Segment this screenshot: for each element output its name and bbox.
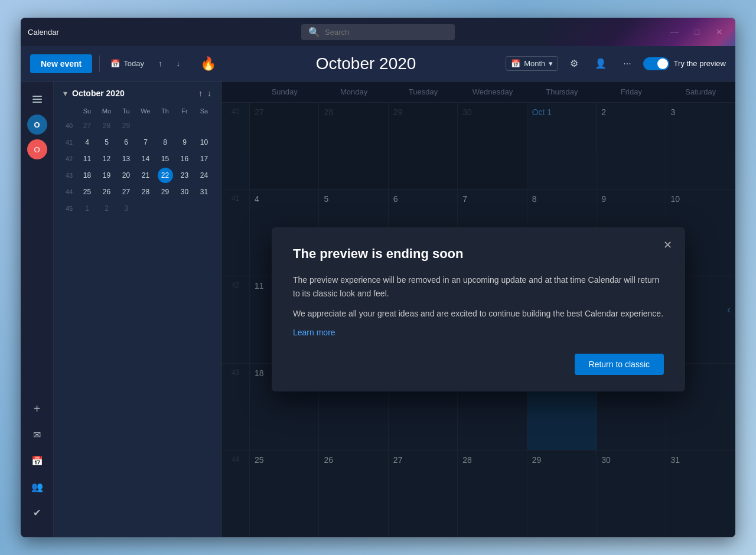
- mini-cal-day[interactable]: 8: [158, 135, 173, 150]
- mini-cal-day[interactable]: 4: [80, 135, 95, 150]
- prev-button[interactable]: ↑: [155, 57, 166, 70]
- today-label: Today: [123, 59, 144, 68]
- people-nav-icon[interactable]: 👥: [27, 476, 48, 497]
- mini-day-header-mo: Mo: [97, 107, 116, 115]
- mini-cal-day[interactable]: 21: [138, 168, 154, 183]
- mini-cal-day[interactable]: [177, 118, 193, 133]
- collapse-button[interactable]: ▾: [63, 89, 67, 98]
- calendar-grid-area: Sunday Monday Tuesday Wednesday Thursday…: [221, 81, 735, 537]
- new-event-button[interactable]: New event: [30, 54, 92, 73]
- today-button[interactable]: 📅 Today: [107, 57, 148, 70]
- mini-cal-day[interactable]: 10: [197, 135, 212, 150]
- nav-bottom: + ✉ 📅 👥 ✔: [27, 398, 48, 530]
- app-window: Calendar 🔍 — □ ✕ New event 📅 Today ↑ ↓ 🔥…: [21, 18, 735, 537]
- app-title: Calendar: [28, 28, 59, 37]
- more-button[interactable]: ···: [618, 56, 636, 71]
- tasks-icon[interactable]: ✔: [27, 502, 48, 523]
- svg-rect-0: [32, 96, 42, 97]
- mini-cal-row-43: 43 18 19 20 21 22 23 24: [61, 168, 214, 183]
- hamburger-menu-button[interactable]: [27, 89, 48, 110]
- close-button[interactable]: ✕: [711, 25, 728, 39]
- mini-cal-day[interactable]: 24: [197, 168, 212, 183]
- minimize-button[interactable]: —: [666, 25, 683, 39]
- week-num: 43: [61, 172, 77, 179]
- office-icon[interactable]: O: [27, 139, 47, 159]
- mini-cal-day[interactable]: 6: [119, 135, 134, 150]
- svg-rect-1: [32, 99, 42, 100]
- svg-rect-2: [32, 102, 42, 103]
- people-button[interactable]: 👤: [590, 56, 611, 71]
- mini-cal-day[interactable]: 3: [119, 201, 134, 216]
- return-to-classic-button[interactable]: Return to classic: [575, 354, 664, 375]
- toolbar-divider: [99, 56, 100, 72]
- mail-icon[interactable]: ✉: [27, 424, 48, 445]
- mini-cal-day[interactable]: 29: [119, 118, 134, 133]
- calendar-nav-icon[interactable]: 📅: [27, 450, 48, 471]
- search-input[interactable]: [325, 28, 443, 37]
- up-arrow-icon: ↑: [158, 59, 162, 68]
- search-icon: 🔍: [308, 27, 320, 38]
- mini-cal-title: October 2020: [72, 89, 194, 98]
- mini-cal-next[interactable]: ↓: [207, 89, 211, 98]
- mini-cal-day[interactable]: 7: [138, 135, 154, 150]
- mini-cal-day-today[interactable]: 22: [158, 168, 173, 183]
- campfire-icon: 🔥: [191, 52, 226, 76]
- mini-cal-day[interactable]: 29: [158, 184, 173, 200]
- mini-cal-day[interactable]: 31: [197, 184, 212, 200]
- mini-cal-day[interactable]: [138, 118, 154, 133]
- month-title: October 2020: [233, 54, 498, 73]
- mini-cal-day[interactable]: 5: [99, 135, 115, 150]
- week-num: 41: [61, 139, 77, 146]
- mini-cal-row-44: 44 25 26 27 28 29 30 31: [61, 184, 214, 200]
- week-num: 45: [61, 205, 77, 212]
- mini-cal-row-40: 40 27 28 29: [61, 118, 214, 133]
- learn-more-link[interactable]: Learn more: [293, 328, 664, 337]
- toolbar: New event 📅 Today ↑ ↓ 🔥 October 2020 📅 M…: [21, 46, 735, 81]
- mini-cal-day[interactable]: 26: [99, 184, 115, 200]
- calendar-icon: 📅: [511, 59, 520, 68]
- down-arrow-icon: ↓: [176, 59, 180, 68]
- calendar-today-icon: 📅: [110, 59, 120, 68]
- search-bar[interactable]: 🔍: [301, 24, 455, 40]
- mini-cal-day[interactable]: 12: [99, 151, 115, 166]
- mini-cal-day[interactable]: [197, 118, 212, 133]
- mini-cal-day[interactable]: 2: [99, 201, 115, 216]
- mini-cal-day[interactable]: [158, 118, 173, 133]
- modal-close-button[interactable]: ✕: [659, 237, 676, 253]
- view-label: Month: [524, 59, 545, 68]
- mini-cal-day[interactable]: 30: [177, 184, 193, 200]
- maximize-button[interactable]: □: [688, 25, 706, 39]
- mini-cal-day[interactable]: 16: [177, 151, 193, 166]
- mini-cal-day[interactable]: 19: [99, 168, 115, 183]
- mini-cal-day[interactable]: 11: [80, 151, 95, 166]
- mini-cal-day[interactable]: 27: [119, 184, 134, 200]
- mini-cal-day[interactable]: 27: [80, 118, 95, 133]
- mini-cal-day[interactable]: 13: [119, 151, 134, 166]
- add-button[interactable]: +: [27, 398, 48, 419]
- mini-cal-day[interactable]: 28: [138, 184, 154, 200]
- modal-body-2: We appreciate all your great ideas and a…: [293, 307, 664, 320]
- view-selector[interactable]: 📅 Month ▾: [506, 56, 558, 71]
- mini-cal-prev[interactable]: ↑: [198, 89, 203, 98]
- preview-toggle-switch[interactable]: [643, 57, 669, 70]
- outlook-icon[interactable]: O: [27, 115, 47, 135]
- mini-cal-day[interactable]: 9: [177, 135, 193, 150]
- mini-cal-day[interactable]: 23: [177, 168, 193, 183]
- preview-toggle-area: Try the preview: [643, 57, 726, 70]
- mini-cal-day[interactable]: 25: [80, 184, 95, 200]
- mini-cal-row-42: 42 11 12 13 14 15 16 17: [61, 151, 214, 166]
- mini-cal-day[interactable]: 28: [99, 118, 115, 133]
- next-button[interactable]: ↓: [172, 57, 184, 70]
- mini-cal-day[interactable]: 17: [197, 151, 212, 166]
- mini-cal-day[interactable]: 15: [158, 151, 173, 166]
- week-num: 42: [61, 155, 77, 162]
- mini-cal-day: [138, 201, 154, 216]
- mini-day-header-we: We: [136, 107, 155, 115]
- mini-cal-day[interactable]: 14: [138, 151, 154, 166]
- mini-cal-day[interactable]: 1: [80, 201, 95, 216]
- settings-button[interactable]: ⚙: [565, 56, 583, 71]
- toggle-knob: [657, 58, 668, 69]
- mini-cal-day[interactable]: 20: [119, 168, 134, 183]
- title-bar: Calendar 🔍 — □ ✕: [21, 18, 735, 46]
- mini-cal-day[interactable]: 18: [80, 168, 95, 183]
